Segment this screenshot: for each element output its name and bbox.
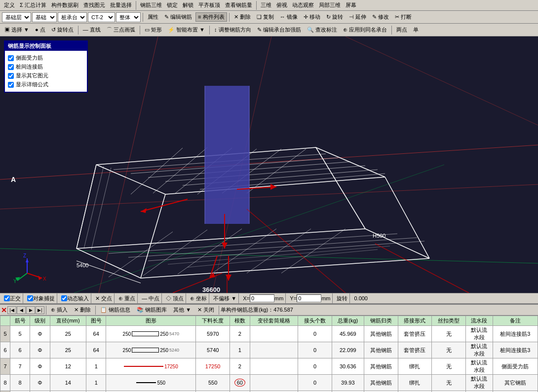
close-icon[interactable]: ✕ bbox=[1, 306, 7, 314]
menu-define[interactable]: 定义 bbox=[2, 1, 17, 9]
delete-btn[interactable]: ✕ 删除 bbox=[231, 12, 253, 22]
menu-dynamic-view[interactable]: 动态观察 bbox=[290, 1, 316, 9]
view-select[interactable]: 整体 bbox=[116, 12, 141, 22]
bar-dia: 25 bbox=[50, 342, 86, 358]
status-snap[interactable]: 对象捕捉 bbox=[25, 293, 57, 303]
nav-last[interactable]: ▶| bbox=[36, 306, 44, 314]
rebar-info-btn[interactable]: 📋 钢筋信息 bbox=[97, 305, 133, 315]
edit-cap-btn[interactable]: ✎ 编辑承台加强筋 bbox=[255, 25, 304, 35]
status-bar: 正交 对象捕捉 动态输入 ✕ 交点 ⊕ 重点 — 中点 ◇ 顶点 ⊕ 坐标 不偏… bbox=[0, 293, 538, 304]
bar-note: 其它钢筋 bbox=[493, 375, 538, 391]
th-length: 下料长度 bbox=[196, 316, 230, 326]
move-btn[interactable]: ✛ 移动 bbox=[301, 12, 323, 22]
rect-btn[interactable]: ▭ 矩形 bbox=[142, 25, 164, 35]
bar-dia: 12 bbox=[50, 358, 86, 375]
two-point-btn[interactable]: 两点 bbox=[394, 25, 410, 35]
copy-btn[interactable]: ❑ 复制 bbox=[254, 12, 276, 22]
menu-screen[interactable]: 屏幕 bbox=[344, 1, 358, 9]
close-panel-btn[interactable]: ✕ 关闭 bbox=[194, 305, 217, 315]
bar-count: 2 bbox=[230, 358, 250, 375]
checkbox-show-formula[interactable]: 显示详细公式 bbox=[8, 81, 84, 88]
component-list-btn[interactable]: ≡ 构件列表 bbox=[195, 12, 227, 22]
rotate-btn[interactable]: ↻ 旋转 bbox=[324, 12, 346, 22]
bar-note: 桩间连接筋3 bbox=[493, 342, 538, 358]
break-btn[interactable]: ✂ 打断 bbox=[392, 12, 414, 22]
th-weight: 总重(kg) bbox=[332, 316, 364, 326]
arc-btn[interactable]: ⌒ 三点画弧 bbox=[104, 25, 138, 35]
checkbox-side-rebar[interactable]: 侧面受力筋 bbox=[8, 54, 84, 62]
separator-2 bbox=[256, 1, 257, 10]
sep-t3 bbox=[78, 26, 78, 35]
menu-rebar-3d[interactable]: 钢筋三维 bbox=[138, 1, 164, 9]
apply-same-btn[interactable]: ⊕ 应用到同名承台 bbox=[341, 25, 389, 35]
bar-splice: 绑扎 bbox=[398, 375, 432, 391]
component-select[interactable]: 桩承台 bbox=[58, 12, 87, 22]
nav-first[interactable]: |◀ bbox=[7, 306, 16, 314]
modify-btn[interactable]: ✎ 修改 bbox=[370, 12, 391, 22]
other-btn[interactable]: 其他 ▼ bbox=[170, 305, 194, 315]
status-x: X= mm bbox=[241, 293, 286, 303]
bar-dia: 14 bbox=[50, 375, 86, 391]
y-input[interactable] bbox=[297, 294, 321, 302]
th-bar-num: 筋号 bbox=[10, 316, 30, 326]
type-select[interactable]: 基础 bbox=[32, 12, 57, 22]
menu-top-view[interactable]: 俯视 bbox=[274, 1, 289, 9]
svg-text:H500: H500 bbox=[373, 233, 385, 239]
toolbar-row1: 基础层 基础 桩承台 CT-2 整体 属性 ✎ 编辑钢筋 ≡ 构件列表 ✕ 删除… bbox=[0, 11, 538, 24]
th-count: 根数 bbox=[230, 316, 250, 326]
menu-3d[interactable]: 三维 bbox=[259, 1, 273, 9]
status-intersect[interactable]: ✕ 交点 bbox=[93, 293, 115, 303]
menu-lock[interactable]: 锁定 bbox=[165, 1, 180, 9]
rotate-point-btn[interactable]: ↺ 旋转点 bbox=[49, 25, 76, 35]
bar-splice: 套管挤压 bbox=[398, 342, 432, 358]
menu-sum[interactable]: Σ 汇总计算 bbox=[18, 1, 48, 9]
adjust-dir-btn[interactable]: ↕ 调整钢筋方向 bbox=[212, 25, 254, 35]
bar-type: 其他钢筋 bbox=[364, 375, 398, 391]
table-row[interactable]: 6 6 Φ 25 64 250 250 5240 5740 1 bbox=[0, 342, 538, 358]
status-vertex[interactable]: ◇ 顶点 bbox=[164, 293, 186, 303]
view-note-btn[interactable]: 🔍 查改标注 bbox=[305, 25, 340, 35]
smart-layout-btn[interactable]: ⚡ 智能布置 ▼ bbox=[165, 25, 207, 35]
menu-component-data[interactable]: 构件数据刷 bbox=[49, 1, 80, 9]
id-select[interactable]: CT-2 bbox=[88, 12, 115, 22]
line-btn[interactable]: — 直线 bbox=[80, 25, 103, 35]
checkbox-show-others[interactable]: 显示其它图元 bbox=[8, 72, 84, 79]
status-offset[interactable]: 不偏移 ▼ bbox=[211, 293, 239, 303]
mirror-btn[interactable]: ↔ 镜像 bbox=[277, 12, 300, 22]
single-btn[interactable]: 单 bbox=[411, 25, 421, 35]
bar-flow: 默认流水段 bbox=[466, 358, 493, 375]
status-mid[interactable]: — 中点 bbox=[140, 293, 162, 303]
nav-prev[interactable]: ◀ bbox=[17, 306, 26, 314]
menu-local-3d[interactable]: 局部三维 bbox=[317, 1, 343, 9]
status-coord[interactable]: ⊕ 坐标 bbox=[188, 293, 209, 303]
status-dynamic[interactable]: 动态输入 bbox=[59, 293, 91, 303]
attr-btn[interactable]: 属性 bbox=[145, 12, 161, 22]
menu-level-top[interactable]: 平齐板顶 bbox=[196, 1, 222, 9]
menu-find[interactable]: 查找图元 bbox=[81, 1, 107, 9]
edit-rebar-btn[interactable]: ✎ 编辑钢筋 bbox=[162, 12, 194, 22]
menu-batch-select[interactable]: 批量选择 bbox=[108, 1, 134, 9]
table-row[interactable]: 5 5 Φ 25 64 250 250 5470 5970 2 bbox=[0, 326, 538, 342]
table-row[interactable]: 7 7 Φ 12 1 17250 17250 2 0 30.63 bbox=[0, 358, 538, 375]
bar-figure: 17250 bbox=[106, 358, 196, 375]
x-input[interactable] bbox=[250, 294, 274, 302]
table-row[interactable]: 8 8 Φ 14 1 550 550 60 bbox=[0, 375, 538, 391]
nav-next[interactable]: ▶ bbox=[26, 306, 35, 314]
svg-text:X: X bbox=[43, 276, 46, 282]
th-row-num bbox=[0, 316, 10, 326]
status-ortho[interactable]: 正交 bbox=[2, 293, 23, 303]
menu-view-rebar[interactable]: 查看钢筋量 bbox=[223, 1, 254, 9]
bar-level: Φ bbox=[30, 358, 50, 375]
layer-select[interactable]: 基础层 bbox=[2, 12, 31, 22]
point-btn[interactable]: ● 点 bbox=[33, 25, 48, 35]
rebar-lib-btn[interactable]: 📚 钢筋图库 bbox=[134, 305, 170, 315]
menu-unlock[interactable]: 解锁 bbox=[181, 1, 195, 9]
insert-btn[interactable]: ⊕ 插入 bbox=[48, 305, 71, 315]
extend-btn[interactable]: ⊣ 延伸 bbox=[346, 12, 369, 22]
svg-text:Z: Z bbox=[23, 253, 26, 258]
bar-type: 其他钢筋 bbox=[364, 342, 398, 358]
del-btn[interactable]: ✕ 删除 bbox=[71, 305, 94, 315]
status-midpt[interactable]: ⊕ 重点 bbox=[116, 293, 138, 303]
select-btn[interactable]: ▣ 选择 ▼ bbox=[2, 25, 32, 35]
checkbox-pile-rebar[interactable]: 桩间连接筋 bbox=[8, 63, 84, 71]
